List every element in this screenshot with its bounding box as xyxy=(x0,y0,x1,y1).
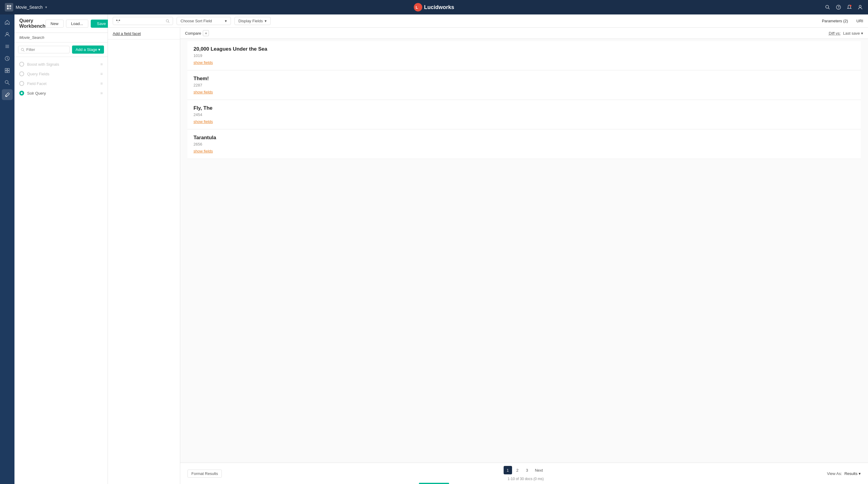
svg-rect-3 xyxy=(9,7,11,9)
stage-label-field-facet: Field Facet xyxy=(27,81,97,86)
svg-line-25 xyxy=(23,50,24,51)
add-field-facet-link[interactable]: Add a field facet xyxy=(113,31,141,36)
result-item-1: Them! 2287 show fields xyxy=(187,71,861,100)
diff-vs-area: Diff vs: Last save ▾ xyxy=(829,31,863,36)
view-as-select[interactable]: Results ▾ xyxy=(844,471,861,476)
main-content-area: Choose Sort Field ▾ Display Fields ▾ Par… xyxy=(108,14,868,484)
parameters-link[interactable]: Parameters (2) xyxy=(822,19,848,23)
sidebar-icon-wrench[interactable] xyxy=(2,89,13,100)
result-title-3: Tarantula xyxy=(193,135,855,141)
query-workbench-panel: Query Workbench New Load... Save × Movie… xyxy=(14,14,108,484)
nav-actions: ? xyxy=(825,4,863,10)
pagination-area: 1 2 3 Next 1-10 of 30 docs (0 ms) xyxy=(504,466,546,481)
view-as-chevron: ▾ xyxy=(859,471,861,476)
sidebar-icon-users[interactable] xyxy=(2,29,13,40)
page-btn-1[interactable]: 1 xyxy=(504,466,512,474)
workbench-panel-header: Query Workbench New Load... Save × xyxy=(14,14,107,33)
stage-radio-solr-query xyxy=(19,91,24,95)
results-footer: Format Results 1 2 3 Next 1-10 of 30 doc… xyxy=(180,463,868,484)
show-fields-link-3[interactable]: show fields xyxy=(193,149,213,153)
stage-label-solr-query: Solr Query xyxy=(27,91,97,95)
svg-rect-2 xyxy=(7,7,9,9)
diff-vs-select[interactable]: Last save ▾ xyxy=(843,31,863,36)
notifications-icon[interactable] xyxy=(846,4,852,10)
result-id-2: 2454 xyxy=(193,113,855,117)
stage-radio-query-fields xyxy=(19,71,24,76)
svg-rect-18 xyxy=(7,68,9,70)
svg-rect-19 xyxy=(5,71,7,72)
search-input-icon[interactable] xyxy=(166,19,170,23)
app-name: Movie_Search xyxy=(16,5,43,10)
result-item-3: Tarantula 2656 show fields xyxy=(187,130,861,159)
sidebar-icon-home[interactable] xyxy=(2,17,13,28)
svg-line-22 xyxy=(8,83,9,85)
stage-item-field-facet[interactable]: Field Facet ≡ xyxy=(14,79,107,88)
app-icon xyxy=(5,3,13,11)
page-btn-3[interactable]: 3 xyxy=(523,466,531,474)
help-icon[interactable]: ? xyxy=(835,4,841,10)
search-nav-icon[interactable] xyxy=(825,4,831,10)
sidebar-icon-list[interactable] xyxy=(2,41,13,52)
svg-rect-17 xyxy=(5,68,7,70)
show-fields-link-2[interactable]: show fields xyxy=(193,119,213,124)
pagination: 1 2 3 Next xyxy=(504,466,546,474)
stage-drag-solr-query: ≡ xyxy=(100,91,103,95)
new-button[interactable]: New xyxy=(45,20,64,28)
uri-link[interactable]: URI xyxy=(857,19,863,23)
display-fields-chevron: ▾ xyxy=(265,19,267,23)
stage-item-boost-signals[interactable]: Boost with Signals ≡ xyxy=(14,59,107,69)
stage-list: Boost with Signals ≡ Query Fields ≡ Fiel… xyxy=(14,57,107,484)
facet-toolbar: Add a field facet xyxy=(108,28,180,39)
stage-drag-field-facet: ≡ xyxy=(100,81,103,86)
results-toolbar: Compare + Diff vs: Last save ▾ xyxy=(180,28,868,39)
svg-text:L: L xyxy=(415,5,418,10)
result-title-2: Fly, The xyxy=(193,105,855,111)
sort-field-select[interactable]: Choose Sort Field ▾ xyxy=(177,17,231,25)
page-btn-2[interactable]: 2 xyxy=(513,466,522,474)
svg-rect-0 xyxy=(7,5,9,7)
compare-label: Compare xyxy=(185,31,201,36)
stage-item-query-fields[interactable]: Query Fields ≡ xyxy=(14,69,107,79)
facet-panel: Add a field facet xyxy=(108,28,180,484)
display-fields-button[interactable]: Display Fields ▾ xyxy=(235,17,271,25)
svg-line-27 xyxy=(168,22,169,23)
main-layout: Query Workbench New Load... Save × Movie… xyxy=(0,14,868,484)
stage-drag-boost-signals: ≡ xyxy=(100,62,103,67)
sidebar-icon-search[interactable] xyxy=(2,77,13,88)
next-page-button[interactable]: Next xyxy=(532,466,546,474)
format-results-button[interactable]: Format Results xyxy=(187,470,222,478)
add-stage-button[interactable]: Add a Stage ▾ xyxy=(72,46,104,54)
svg-point-12 xyxy=(6,33,8,35)
results-panel: Compare + Diff vs: Last save ▾ xyxy=(180,28,868,484)
stage-drag-query-fields: ≡ xyxy=(100,71,103,76)
filter-input[interactable] xyxy=(26,47,67,52)
svg-rect-1 xyxy=(9,5,11,7)
stage-item-solr-query[interactable]: Solr Query ≡ xyxy=(14,88,107,98)
user-icon[interactable] xyxy=(857,4,863,10)
lucidworks-logo: L Lucidworks xyxy=(414,3,454,11)
compare-plus-icon[interactable]: + xyxy=(203,30,209,36)
view-as-value: Results xyxy=(844,471,858,476)
sidebar-icon-grid[interactable] xyxy=(2,65,13,76)
compare-button[interactable]: Compare + xyxy=(185,30,209,36)
stage-radio-boost-signals xyxy=(19,62,24,67)
app-selector[interactable]: Movie_Search ▾ xyxy=(5,3,47,11)
search-input[interactable] xyxy=(116,19,164,23)
results-area: Add a field facet Compare + Diff vs: xyxy=(108,28,868,484)
load-button[interactable]: Load... xyxy=(66,20,88,28)
sort-field-chevron: ▾ xyxy=(225,19,227,23)
footer-left: Format Results xyxy=(187,470,222,478)
sidebar-icon-clock[interactable] xyxy=(2,53,13,64)
result-id-3: 2656 xyxy=(193,142,855,147)
app-chevron[interactable]: ▾ xyxy=(45,5,47,9)
svg-line-7 xyxy=(829,8,830,9)
show-fields-link-1[interactable]: show fields xyxy=(193,90,213,94)
svg-point-10 xyxy=(849,5,851,7)
view-as-area: View As: Results ▾ xyxy=(827,471,861,476)
diff-vs-value: Last save xyxy=(843,31,860,36)
svg-rect-20 xyxy=(7,71,9,72)
bottom-indicator xyxy=(419,483,449,484)
show-fields-link-0[interactable]: show fields xyxy=(193,60,213,65)
display-fields-label: Display Fields xyxy=(239,19,263,23)
result-id-0: 1019 xyxy=(193,53,855,58)
